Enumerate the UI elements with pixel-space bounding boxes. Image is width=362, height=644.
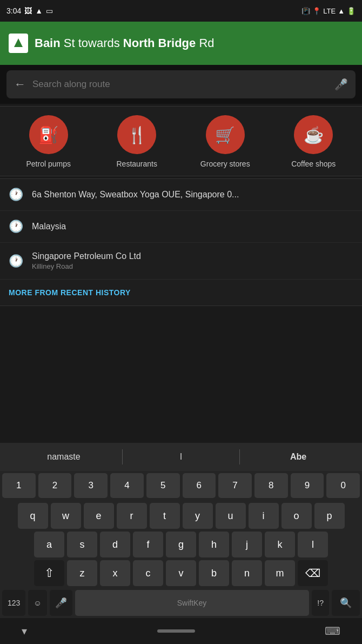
key-q[interactable]: q xyxy=(18,503,48,529)
key-k[interactable]: k xyxy=(265,532,295,557)
key-p[interactable]: p xyxy=(314,503,345,529)
key-t[interactable]: t xyxy=(150,503,180,529)
back-button[interactable]: ← xyxy=(14,77,26,91)
status-bar: 3:04 🖼 ▲ ▭ 📳 📍 LTE ▲ 🔋 xyxy=(0,0,362,22)
key-a[interactable]: a xyxy=(34,532,64,557)
key-i[interactable]: i xyxy=(249,503,279,529)
key-u[interactable]: u xyxy=(216,503,246,529)
key-b[interactable]: b xyxy=(199,560,229,586)
key-l[interactable]: l xyxy=(298,532,328,557)
location-icon: 📍 xyxy=(312,7,321,15)
nav-pill xyxy=(157,629,195,633)
key-g[interactable]: g xyxy=(166,532,196,557)
history-item-1[interactable]: 🕐 Malaysia xyxy=(0,211,362,243)
key-y[interactable]: y xyxy=(183,503,213,529)
key-3[interactable]: 3 xyxy=(74,473,108,498)
key-n[interactable]: n xyxy=(232,560,262,586)
petrol-label: Petrol pumps xyxy=(26,160,71,168)
history-subtitle-2: Killiney Road xyxy=(32,262,353,270)
key-emoji[interactable]: ☺ xyxy=(28,590,46,616)
suggestion-2[interactable]: Abe xyxy=(240,448,357,466)
clock-icon-0: 🕐 xyxy=(9,188,23,202)
key-search[interactable]: 🔍 xyxy=(332,590,360,616)
street-suffix: St towards xyxy=(61,36,123,50)
display-icon: ▭ xyxy=(46,6,53,15)
key-4[interactable]: 4 xyxy=(110,473,144,498)
suggestion-0[interactable]: namaste xyxy=(5,448,122,466)
nav-icon: ▲ xyxy=(35,6,43,15)
key-c[interactable]: c xyxy=(133,560,163,586)
nav-keyboard-icon[interactable]: ⌨ xyxy=(325,625,340,638)
keyboard-rows-main: q w e r t y u i o p a s d f g h j k l ⇧ … xyxy=(0,501,362,590)
category-petrol[interactable]: ⛽ Petrol pumps xyxy=(11,115,86,168)
history-text-2: Singapore Petroleum Co Ltd Killiney Road xyxy=(32,251,353,270)
key-row-3: ⇧ z x c v b n m ⌫ xyxy=(2,560,360,586)
key-5[interactable]: 5 xyxy=(146,473,180,498)
key-w[interactable]: w xyxy=(51,503,81,529)
key-1[interactable]: 1 xyxy=(2,473,36,498)
suggestions-row: namaste l Abe xyxy=(0,443,362,471)
key-f[interactable]: f xyxy=(133,532,163,557)
history-title-0: 6a Shenton Way, Sweatbox Yoga OUE, Singa… xyxy=(32,190,353,200)
header-title: Bain St towards North Bridge Rd xyxy=(35,36,214,50)
key-x[interactable]: x xyxy=(100,560,130,586)
photo-icon: 🖼 xyxy=(24,6,32,15)
key-8[interactable]: 8 xyxy=(254,473,288,498)
key-o[interactable]: o xyxy=(281,503,312,529)
category-restaurants[interactable]: 🍴 Restaurants xyxy=(99,115,175,168)
key-7[interactable]: 7 xyxy=(218,473,252,498)
key-mic-keyboard[interactable]: 🎤 xyxy=(50,590,72,616)
key-2[interactable]: 2 xyxy=(38,473,72,498)
key-m[interactable]: m xyxy=(265,560,295,586)
keyboard-area: namaste l Abe 1 2 3 4 5 6 7 8 9 0 q w e … xyxy=(0,443,362,644)
key-space[interactable]: SwiftKey xyxy=(75,590,310,616)
key-z[interactable]: z xyxy=(67,560,97,586)
key-j[interactable]: j xyxy=(232,532,262,557)
category-section: ⛽ Petrol pumps 🍴 Restaurants 🛒 Grocery s… xyxy=(0,106,362,176)
destination-name: North Bridge xyxy=(123,36,196,50)
history-text-1: Malaysia xyxy=(32,222,353,231)
svg-text:SwiftKey: SwiftKey xyxy=(177,599,206,607)
up-arrow-icon xyxy=(14,38,23,47)
petrol-circle: ⛽ xyxy=(29,115,68,154)
history-title-1: Malaysia xyxy=(32,222,353,231)
status-right-icons: 📳 📍 LTE ▲ 🔋 xyxy=(301,7,356,15)
bottom-key-row: 123 ☺ 🎤 SwiftKey !? 🔍 xyxy=(0,590,362,618)
key-9[interactable]: 9 xyxy=(291,473,324,498)
category-grocery[interactable]: 🛒 Grocery stores xyxy=(187,115,263,168)
status-time: 3:04 xyxy=(6,6,21,15)
more-history-button[interactable]: MORE FROM RECENT HISTORY xyxy=(0,280,362,306)
key-0[interactable]: 0 xyxy=(326,473,360,498)
restaurants-circle: 🍴 xyxy=(117,115,156,154)
history-section: 🕐 6a Shenton Way, Sweatbox Yoga OUE, Sin… xyxy=(0,178,362,306)
category-coffee[interactable]: ☕ Coffee shops xyxy=(276,115,351,168)
bottom-nav-inner: ▾ ⌨ xyxy=(22,625,340,638)
key-e[interactable]: e xyxy=(84,503,114,529)
mic-icon[interactable]: 🎤 xyxy=(334,78,348,91)
suggestion-1[interactable]: l xyxy=(123,448,239,466)
battery-icon: 🔋 xyxy=(347,7,356,15)
signal-icon: ▲ xyxy=(338,7,345,15)
nav-back-icon[interactable]: ▾ xyxy=(22,625,27,638)
shift-key[interactable]: ⇧ xyxy=(34,560,64,586)
key-s[interactable]: s xyxy=(67,532,97,557)
status-time-area: 3:04 🖼 ▲ ▭ xyxy=(6,6,53,15)
key-punct[interactable]: !? xyxy=(312,590,329,616)
coffee-circle: ☕ xyxy=(294,115,333,154)
key-h[interactable]: h xyxy=(199,532,229,557)
restaurants-label: Restaurants xyxy=(117,160,157,168)
lte-label: LTE xyxy=(323,7,336,15)
key-r[interactable]: r xyxy=(117,503,147,529)
key-row-2: a s d f g h j k l xyxy=(2,532,360,557)
search-input[interactable] xyxy=(32,79,328,90)
history-item-0[interactable]: 🕐 6a Shenton Way, Sweatbox Yoga OUE, Sin… xyxy=(0,179,362,211)
key-v[interactable]: v xyxy=(166,560,196,586)
key-6[interactable]: 6 xyxy=(183,473,216,498)
history-text-0: 6a Shenton Way, Sweatbox Yoga OUE, Singa… xyxy=(32,190,353,200)
history-item-2[interactable]: 🕐 Singapore Petroleum Co Ltd Killiney Ro… xyxy=(0,243,362,280)
key-123[interactable]: 123 xyxy=(2,590,25,616)
backspace-key[interactable]: ⌫ xyxy=(298,560,328,586)
nav-arrow xyxy=(9,34,28,53)
search-container: ← 🎤 xyxy=(0,65,362,104)
key-d[interactable]: d xyxy=(100,532,130,557)
